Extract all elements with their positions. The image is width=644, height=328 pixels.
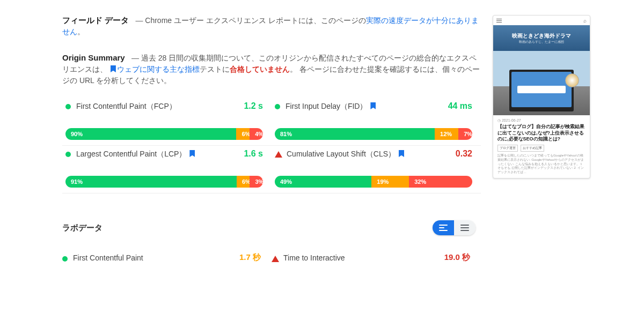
bookmark-icon <box>111 65 116 72</box>
lab-metric-name: Time to Interactive <box>283 254 345 262</box>
dist-poor: 32% <box>409 176 472 188</box>
dist-poor: 7% <box>458 128 472 140</box>
metric-card: First Input Delay（FID） 44 ms81%12%7% <box>272 98 481 146</box>
preview-article-title: 【はてなブログ】自分の記事が検索結果に出てこないのは,なぜ?上位表示させるのに,… <box>497 124 586 143</box>
metric-name: Largest Contentful Paint（LCP） <box>76 149 196 160</box>
metric-name: Cumulative Layout Shift（CLS） <box>287 149 405 160</box>
dist-poor: 4% <box>250 128 263 140</box>
bookmark-icon <box>370 102 376 109</box>
field-data-section: フィールド データ — Chrome ユーザー エクスペリエンス レポートには、… <box>62 15 481 38</box>
bookmark-icon <box>399 150 404 157</box>
dist-good: 81% <box>275 128 435 140</box>
distribution-bar: 91%6%3% <box>65 176 263 188</box>
lab-metric: Time to Interactive19.0 秒 <box>272 250 481 265</box>
distribution-bar: 90%6%4% <box>65 128 263 140</box>
status-pass-icon <box>65 152 71 157</box>
lab-view-toggle <box>433 220 475 235</box>
dist-ni: 19% <box>371 176 409 188</box>
search-icon: ⌕ <box>583 18 587 24</box>
dist-good: 90% <box>65 128 236 140</box>
toggle-expanded-button[interactable] <box>433 220 454 235</box>
status-pass-icon <box>62 256 68 262</box>
lab-metric-value: 1.7 秒 <box>239 252 261 263</box>
status-pass-icon <box>275 104 280 109</box>
bookmark-icon <box>189 150 195 157</box>
lab-metric: First Contentful Paint1.7 秒 <box>62 250 272 265</box>
distribution-bar: 81%12%7% <box>275 128 472 140</box>
dist-ni: 6% <box>237 176 250 188</box>
status-pass-icon <box>65 104 71 109</box>
field-data-title: フィールド データ <box>62 16 129 25</box>
origin-metrics-grid: First Contentful Paint（FCP）1.2 s90%6%4%F… <box>62 98 481 193</box>
preview-tag: ブログ運営 <box>497 145 518 152</box>
lab-metric-name: First Contentful Paint <box>73 254 143 262</box>
metric-card: Largest Contentful Paint（LCP） 1.6 s91%6%… <box>62 146 272 193</box>
lab-metrics-row: First Contentful Paint1.7 秒Time to Inter… <box>62 250 481 265</box>
dist-good: 91% <box>65 176 237 188</box>
distribution-bar: 49%19%32% <box>275 176 472 188</box>
lab-data-title: ラボデータ <box>62 223 103 233</box>
web-vitals-link[interactable]: ウェブに関する主な指標 <box>117 65 200 73</box>
metric-value: 1.2 s <box>244 101 263 111</box>
dist-poor: 3% <box>250 176 263 188</box>
preview-hero-title: 映画ときどき海外ドラマ <box>512 32 571 40</box>
status-fail-icon <box>272 256 279 262</box>
metric-name: First Input Delay（FID） <box>286 101 377 112</box>
preview-body: 記事を公開したのに,いつまで経ってもGoogleやYahoo!の検索結果に表示さ… <box>497 154 586 175</box>
metric-value: 0.32 <box>456 149 472 159</box>
metric-card: First Contentful Paint（FCP）1.2 s90%6%4% <box>62 98 272 146</box>
status-fail-icon <box>275 151 282 158</box>
toggle-compact-button[interactable] <box>454 220 475 235</box>
preview-hero-sub: 映画のあらすじ、たまーに感想 <box>519 40 564 44</box>
preview-date: ◷ 2021-06-27 <box>497 118 586 123</box>
metric-name: First Contentful Paint（FCP） <box>76 101 177 112</box>
metric-value: 44 ms <box>448 101 472 111</box>
preview-tag: おすすめ記事 <box>521 145 544 152</box>
hamburger-icon <box>496 19 502 23</box>
dist-good: 49% <box>275 176 371 188</box>
origin-summary-title: Origin Summary <box>62 53 125 62</box>
page-preview-thumbnail: ⌕ 映画ときどき海外ドラマ 映画のあらすじ、たまーに感想 ◷ 2021-06-2… <box>493 15 590 178</box>
lab-metric-value: 19.0 秒 <box>444 252 470 263</box>
fail-status: 合格していません <box>230 65 290 73</box>
magnifier-icon <box>565 73 579 87</box>
dist-ni: 12% <box>435 128 458 140</box>
metric-card: Cumulative Layout Shift（CLS） 0.3249%19%3… <box>272 146 481 193</box>
dist-ni: 6% <box>236 128 250 140</box>
metric-value: 1.6 s <box>244 149 263 159</box>
origin-summary-section: Origin Summary — 過去 28 日間の収集期間について、このオリジ… <box>62 53 481 86</box>
